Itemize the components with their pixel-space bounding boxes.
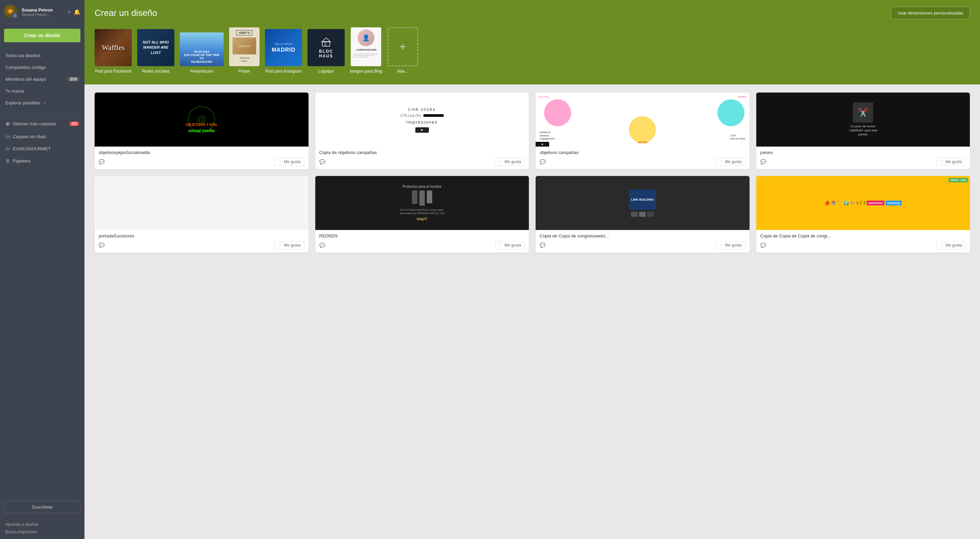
like-button-4[interactable]: ♡ Me gusta	[275, 241, 304, 249]
arrow-icon: ↗	[43, 101, 46, 105]
template-facebook[interactable]: Waffles Post para Facebook	[95, 29, 132, 74]
template-logo-label: Logotipo	[318, 69, 334, 74]
svg-rect-2	[325, 42, 326, 46]
template-poster[interactable]: ABEY'S fresh food SeasonalMenu Póster	[229, 27, 259, 74]
like-button-7[interactable]: ♡ Me gusta	[936, 241, 966, 249]
sidebar: 🧇 S Susana Peivon Susana Peivon'... ▾ 🔔 …	[0, 0, 84, 539]
bell-icon[interactable]: 🔔	[74, 9, 80, 15]
design-card-copia-congreso[interactable]: 🍎 📚 ✏️ 🌍 🎨 1 2 3 GREAT JOB! awesome! ama…	[756, 176, 970, 253]
design-actions-6: 💬 ♡ Me gusta	[319, 241, 525, 249]
brand-label: Tu marca	[5, 89, 24, 94]
comment-icon-3: 💬	[540, 159, 546, 165]
subscribe-button[interactable]: Suscríbete	[4, 501, 80, 513]
design-card-link-building[interactable]: LINK BUILDING Copia de Copia de congreso…	[536, 176, 749, 253]
design-card-link-clicks[interactable]: Link clicks CTR Link (%) Impresiones ▶ C…	[315, 92, 529, 169]
design-card-portada[interactable]: portadaSucesores 💬 ♡ Me gusta	[95, 176, 309, 253]
sidebar-item-shared[interactable]: Compartidos contigo	[0, 62, 84, 73]
main-content: Crear un diseño Usar dimensiones persona…	[84, 0, 980, 539]
avatar-sub: S	[11, 12, 18, 19]
sidebar-item-explore[interactable]: Explorar plantillas ↗	[0, 97, 84, 109]
like-button-1[interactable]: ♡ Me gusta	[495, 158, 525, 166]
explore-label: Explorar plantillas	[5, 100, 40, 105]
design-card-jueves[interactable]: ✂️ Un poco de humor"cabelludo" para este…	[756, 92, 970, 169]
heart-icon-8: ♡	[940, 243, 944, 247]
like-button-3[interactable]: ♡ Me gusta	[936, 158, 966, 166]
template-blog-label: Imagen para Blog	[350, 69, 382, 74]
template-social-label: Redes sociales	[142, 69, 169, 74]
design-name-6: REDKEN	[319, 233, 525, 238]
design-actions-2: 💬 ♡ Me gusta	[319, 158, 525, 166]
design-actions-7: 💬 ♡ Me gusta	[540, 241, 746, 249]
team-badge: 2/10	[68, 77, 79, 81]
design-actions-4: 💬 ♡ Me gusta	[760, 158, 966, 166]
template-blog[interactable]: 👤 LAURYN HOLDEN Imagen para Blog	[350, 27, 382, 74]
template-facebook-label: Post para Facebook	[95, 69, 131, 74]
trash-icon: 🗑	[5, 158, 10, 163]
design-info-2: Copia de objetivos campañas 💬 ♡ Me gusta	[315, 147, 529, 169]
design-actions-5: 💬 ♡ Me gusta	[99, 241, 304, 249]
find-inspiration-link[interactable]: Busca inspiración	[5, 528, 79, 536]
template-social[interactable]: NOT ALL WHO WANDER ARE LOST Redes social…	[137, 29, 174, 74]
design-name-7: Copia de Copia de congresowebz...	[540, 233, 746, 238]
design-actions: 💬 ♡ Me gusta	[99, 158, 304, 166]
svg-marker-1	[322, 38, 331, 42]
shared-label: Compartidos contigo	[5, 65, 46, 70]
comment-icon-6: 💬	[319, 243, 325, 248]
folder-icon: 🗁	[5, 134, 10, 139]
comment-icon-2: 💬	[319, 159, 325, 165]
heart-icon: ♡	[278, 159, 282, 164]
untitled-folder-label: Carpeta sin título	[13, 134, 46, 139]
folder-icon-2: 🗁	[5, 146, 10, 151]
comment-icon-7: 💬	[540, 243, 546, 248]
comment-icon-5: 💬	[99, 243, 104, 248]
design-info-5: portadaSucesores 💬 ♡ Me gusta	[95, 230, 309, 253]
design-name-8: Copia de Copia de Copia de congr...	[760, 233, 966, 238]
chevron-down-icon[interactable]: ▾	[68, 10, 70, 14]
like-button-6[interactable]: ♡ Me gusta	[716, 241, 745, 249]
like-button-2[interactable]: ♡ Me gusta	[716, 158, 745, 166]
design-card-redken[interactable]: Productos para el hombre EN VITORIA GAST…	[315, 176, 529, 253]
custom-dimensions-button[interactable]: Usar dimensiones personalizadas	[891, 7, 970, 19]
sidebar-item-euskogourmet[interactable]: 🗁 EUSKOGOURMET	[0, 143, 84, 155]
heart-icon-6: ♡	[499, 243, 503, 247]
design-actions-8: 💬 ♡ Me gusta	[760, 241, 966, 249]
house-icon	[321, 37, 331, 47]
comment-icon: 💬	[99, 159, 104, 165]
all-designs-label: Todos tus diseños	[5, 53, 41, 58]
design-actions-3: 💬 ♡ Me gusta	[540, 158, 746, 166]
like-button-0[interactable]: ♡ Me gusta	[275, 158, 304, 166]
team-label: Miembros del equipo	[5, 77, 46, 82]
template-presentation[interactable]: 09.20.2014DAY FOUR OF THE TRIP TOKILIMAN…	[180, 32, 224, 74]
page-title: Crear un diseño	[95, 8, 157, 18]
template-instagram[interactable]: HELLO FROM MADRID Post para Instagram	[265, 29, 302, 74]
design-name: objetivosykpisSocialmedia	[99, 150, 304, 155]
like-button-5[interactable]: ♡ Me gusta	[495, 241, 525, 249]
design-card-venn[interactable]: Tráfico branding CTRclick en links audie…	[536, 92, 749, 169]
template-logo[interactable]: BLOCHAUS Logotipo	[307, 29, 345, 74]
sidebar-header: 🧇 S Susana Peivon Susana Peivon'... ▾ 🔔	[0, 0, 84, 24]
designs-area: @ OBJETIVOS Y KPIs social media objetivo…	[84, 84, 980, 539]
template-instagram-label: Post para Instagram	[265, 69, 302, 74]
get-more-folders-button[interactable]: ⊕ Obtener más carpetas 2/2	[0, 117, 84, 130]
design-info-3: objetivos campañas 💬 ♡ Me gusta	[536, 147, 749, 169]
sidebar-item-untitled-folder[interactable]: 🗁 Carpeta sin título	[0, 130, 84, 143]
sidebar-item-all-designs[interactable]: Todos tus diseños	[0, 50, 84, 62]
heart-icon-4: ♡	[940, 159, 944, 164]
sidebar-nav: Todos tus diseños Compartidos contigo Mi…	[0, 47, 84, 111]
template-more[interactable]: + Más...	[388, 27, 418, 74]
create-design-button[interactable]: Crear un diseño	[4, 29, 80, 42]
comment-icon-4: 💬	[760, 159, 766, 165]
plus-circle-icon: ⊕	[5, 120, 10, 127]
sidebar-item-brand[interactable]: Tu marca	[0, 85, 84, 97]
design-name-5: portadaSucesores	[99, 233, 304, 238]
sidebar-item-team[interactable]: Miembros del equipo 2/10	[0, 73, 84, 85]
heart-icon-3: ♡	[719, 159, 723, 164]
sidebar-bottom: Suscríbete	[0, 497, 84, 517]
sidebar-item-trash[interactable]: 🗑 Papelera	[0, 155, 84, 167]
design-info: objetivosykpisSocialmedia 💬 ♡ Me gusta	[95, 147, 309, 169]
avatar[interactable]: 🧇 S	[4, 5, 18, 19]
learn-design-link[interactable]: Aprende a diseñar	[5, 521, 79, 528]
plus-icon: +	[399, 41, 406, 53]
design-card-objetivos-kpis[interactable]: @ OBJETIVOS Y KPIs social media objetivo…	[95, 92, 309, 169]
design-name-4: jueves	[760, 150, 966, 155]
